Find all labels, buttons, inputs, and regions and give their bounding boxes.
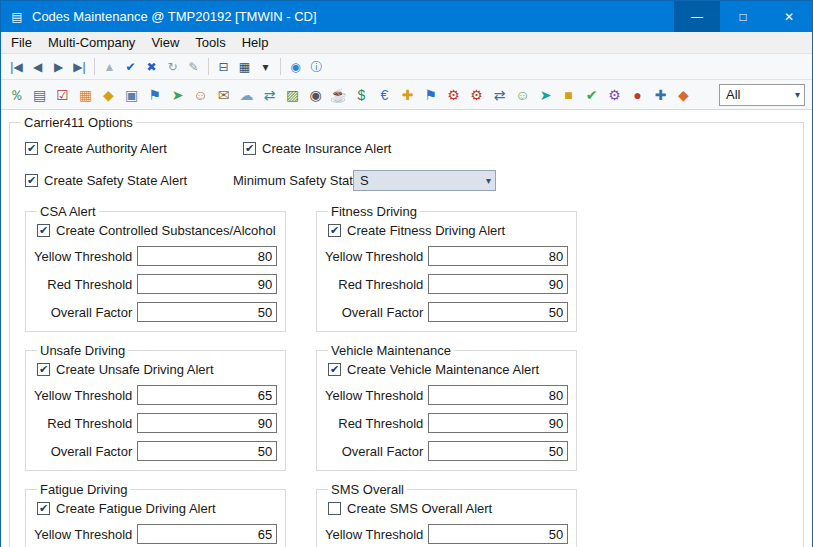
up-icon[interactable]: ▲ (99, 56, 120, 78)
fitness-yellow-threshold-input[interactable] (428, 246, 568, 266)
flag2-icon[interactable]: ⚑ (419, 84, 442, 106)
people-icon[interactable]: ☺ (511, 84, 534, 106)
last-record-icon[interactable]: ▶| (69, 56, 90, 78)
fitness-driving-checkbox[interactable] (328, 224, 341, 237)
authority-alert-checkbox[interactable] (25, 142, 38, 155)
alerts-row-1: Create Authority Alert Create Insurance … (25, 141, 795, 156)
menu-help[interactable]: Help (234, 33, 277, 52)
module-toolbar: ％▤☑▦◆▣⚑➤☺✉☁⇄▨◉☕$€✚⚑⚙⚙⇄☺➤■✔⚙●✚◆ All ▾ (1, 80, 812, 110)
vehicle-overall-factor-input[interactable] (428, 441, 568, 461)
vehicle-maintenance-checkbox[interactable] (328, 363, 341, 376)
module-icons: ％▤☑▦◆▣⚑➤☺✉☁⇄▨◉☕$€✚⚑⚙⚙⇄☺➤■✔⚙●✚◆ (5, 84, 695, 106)
check-green-icon[interactable]: ✔ (580, 84, 603, 106)
insurance-alert-label: Create Insurance Alert (262, 141, 391, 156)
info-icon[interactable]: ⓘ (306, 56, 327, 78)
first-record-icon[interactable]: |◀ (6, 56, 27, 78)
flag-icon[interactable]: ⚑ (143, 84, 166, 106)
menu-multi-company[interactable]: Multi-Company (40, 33, 143, 52)
unsafe-yellow-threshold-input[interactable] (137, 385, 277, 405)
safety-state-alert-label: Create Safety State Alert (44, 173, 187, 188)
module-filter-value: All (726, 87, 791, 102)
module-filter-dropdown[interactable]: All ▾ (719, 84, 805, 106)
gear-red2-icon[interactable]: ⚙ (465, 84, 488, 106)
scales-icon[interactable]: ✚ (396, 84, 419, 106)
sms-yellow-threshold-input[interactable] (428, 524, 568, 544)
export-icon[interactable]: ▦ (234, 56, 255, 78)
insurance-alert-checkbox[interactable] (243, 142, 256, 155)
save-check-icon[interactable]: ✔ (120, 56, 141, 78)
transfer-icon[interactable]: ⇄ (258, 84, 281, 106)
maximize-button[interactable]: □ (720, 1, 766, 32)
field-row: Yellow Threshold (34, 246, 277, 266)
cloud-icon[interactable]: ☁ (235, 84, 258, 106)
unsafe-driving-checkbox[interactable] (37, 363, 50, 376)
gear-purple-icon[interactable]: ⚙ (603, 84, 626, 106)
menu-tools[interactable]: Tools (187, 33, 233, 52)
fitness-overall-factor-input[interactable] (428, 302, 568, 322)
ledger-icon[interactable]: ▨ (281, 84, 304, 106)
gear-red-icon[interactable]: ⚙ (442, 84, 465, 106)
fatigue-driving-checkbox-label: Create Fatigue Driving Alert (56, 501, 216, 516)
fitness-driving-checkbox-label: Create Fitness Driving Alert (347, 223, 505, 238)
group-sms-overall: SMS Overall Create SMS Overall Alert Yel… (316, 482, 577, 547)
camera-icon[interactable]: ◉ (304, 84, 327, 106)
driver-icon[interactable]: ☺ (189, 84, 212, 106)
refresh-icon[interactable]: ↻ (162, 56, 183, 78)
print-icon[interactable]: ⊟ (213, 56, 234, 78)
route-icon[interactable]: ⇄ (488, 84, 511, 106)
sms-overall-checkbox[interactable] (328, 502, 341, 515)
cash-icon[interactable]: $ (350, 84, 373, 106)
authority-alert-option: Create Authority Alert (25, 141, 243, 156)
csa-yellow-threshold-input[interactable] (137, 246, 277, 266)
menu-file[interactable]: File (3, 33, 40, 52)
menu-view[interactable]: View (143, 33, 187, 52)
field-row: Overall Factor (325, 441, 568, 461)
percent-icon[interactable]: ％ (5, 84, 28, 106)
fatigue-yellow-threshold-input[interactable] (137, 524, 277, 544)
insurance-alert-option: Create Insurance Alert (243, 141, 391, 156)
minimize-button[interactable]: — (674, 1, 720, 32)
content-area: Carrier411 Options Create Authority Aler… (1, 110, 812, 547)
cancel-x-icon[interactable]: ✖ (141, 56, 162, 78)
group-title: SMS Overall (328, 482, 407, 497)
carrier411-options-title: Carrier411 Options (21, 115, 136, 130)
car-red-icon[interactable]: ● (626, 84, 649, 106)
group-title: Fitness Driving (328, 204, 420, 219)
notes-icon[interactable]: ▤ (28, 84, 51, 106)
vehicle-yellow-threshold-input[interactable] (428, 385, 568, 405)
currency-icon[interactable]: € (373, 84, 396, 106)
csa-overall-factor-input[interactable] (137, 302, 277, 322)
fitness-red-threshold-input[interactable] (428, 274, 568, 294)
csa-red-threshold-input[interactable] (137, 274, 277, 294)
safety-state-alert-checkbox[interactable] (25, 174, 38, 187)
minimum-safety-state-value: S (360, 173, 482, 188)
mail-icon[interactable]: ✉ (212, 84, 235, 106)
droplet-icon[interactable]: ◆ (672, 84, 695, 106)
unsafe-overall-factor-input[interactable] (137, 441, 277, 461)
csa-alert-checkbox[interactable] (37, 224, 50, 237)
group-unsafe-driving: Unsafe Driving Create Unsafe Driving Ale… (25, 343, 286, 471)
group-vehicle-maintenance: Vehicle Maintenance Create Vehicle Maint… (316, 343, 577, 471)
close-button[interactable]: ✕ (766, 1, 812, 32)
checklist-icon[interactable]: ☑ (51, 84, 74, 106)
export-dropdown-icon[interactable]: ▾ (255, 56, 276, 78)
menu-bar: File Multi-Company View Tools Help (1, 32, 812, 54)
previous-record-icon[interactable]: ◀ (27, 56, 48, 78)
fuel-icon[interactable]: ☕ (327, 84, 350, 106)
minimum-safety-state-dropdown[interactable]: S ▾ (353, 170, 496, 191)
next-record-icon[interactable]: ▶ (48, 56, 69, 78)
eraser-icon[interactable]: ✎ (183, 56, 204, 78)
arrow-teal-icon[interactable]: ➤ (534, 84, 557, 106)
vehicle-red-threshold-input[interactable] (428, 413, 568, 433)
tools-blue-icon[interactable]: ✚ (649, 84, 672, 106)
box-yellow-icon[interactable]: ■ (557, 84, 580, 106)
field-label: Overall Factor (34, 305, 137, 320)
unsafe-red-threshold-input[interactable] (137, 413, 277, 433)
fatigue-driving-checkbox[interactable] (37, 502, 50, 515)
alert-groups: CSA Alert Create Controlled Substances/A… (25, 204, 795, 547)
truck-icon[interactable]: ➤ (166, 84, 189, 106)
pallet-icon[interactable]: ▦ (74, 84, 97, 106)
shield-icon[interactable]: ◆ (97, 84, 120, 106)
doc-copy-icon[interactable]: ▣ (120, 84, 143, 106)
web-icon[interactable]: ◉ (285, 56, 306, 78)
